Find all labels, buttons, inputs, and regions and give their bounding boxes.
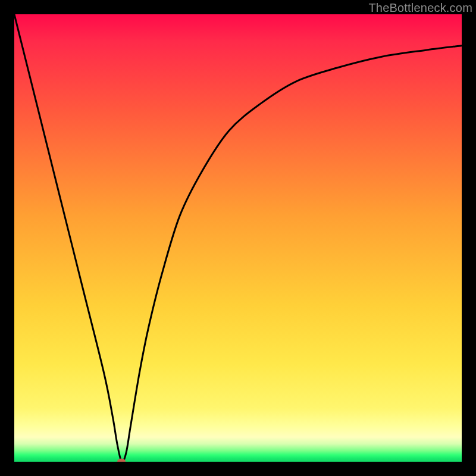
attribution-text: TheBottleneck.com	[368, 1, 472, 15]
optimum-point-marker	[117, 459, 126, 462]
chart-frame: TheBottleneck.com	[0, 0, 476, 476]
plot-area	[14, 14, 462, 462]
bottleneck-curve	[14, 14, 462, 462]
